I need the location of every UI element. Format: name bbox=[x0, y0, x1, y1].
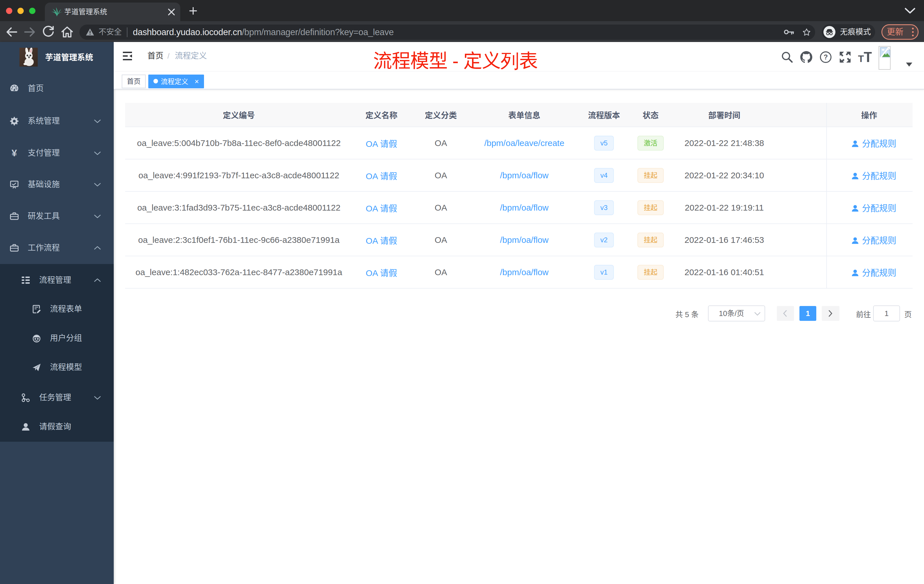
svg-text:?: ? bbox=[824, 53, 828, 61]
svg-text:T: T bbox=[858, 53, 864, 64]
svg-text:¥: ¥ bbox=[12, 148, 17, 158]
svg-text:T: T bbox=[864, 50, 872, 64]
